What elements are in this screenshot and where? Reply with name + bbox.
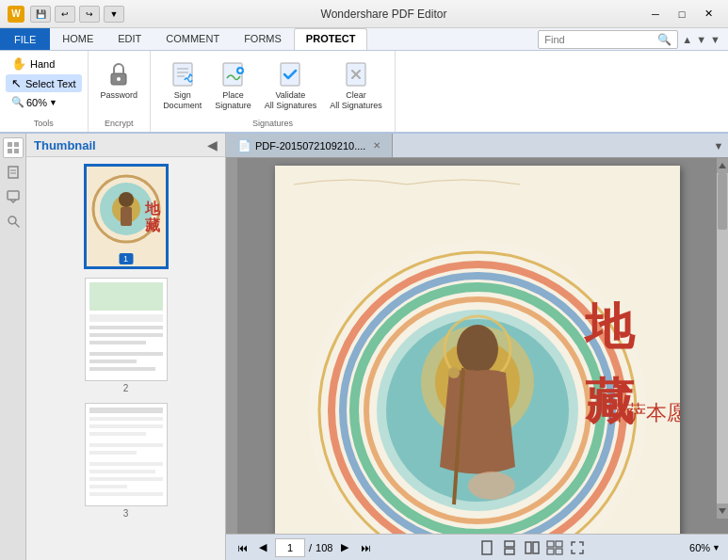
tab-scroll-btns: ▼ [709,134,728,157]
nav-prev-icon[interactable]: ▲ [682,34,692,45]
pdf-viewport[interactable]: 地 藏 菩萨本愿功德经 卷 [226,158,728,534]
page-nav: ⏮ ◀ / 108 ▶ ⏭ [234,538,374,557]
sign-document-btn[interactable]: Sign Document [158,56,206,114]
continuous-page-btn[interactable] [499,538,520,557]
password-label: Password [101,90,138,101]
fullscreen-btn[interactable] [567,538,588,557]
vertical-scrollbar[interactable] [717,158,728,519]
password-btn[interactable]: Password [96,56,143,104]
select-text-btn[interactable]: ↖ Select Text [6,74,82,92]
tab-edit[interactable]: EDIT [105,28,154,50]
two-continuous-btn[interactable] [544,538,565,557]
svg-rect-21 [8,191,19,200]
view-mode-btns [477,538,588,557]
svg-rect-29 [121,207,132,226]
close-button[interactable]: ✕ [696,6,720,23]
signatures-group: Sign Document Place Signature [151,51,396,132]
titlebar: W 💾 ↩ ↪ ▼ Wondershare PDF Editor ─ □ ✕ [0,0,728,28]
tab-forms[interactable]: FORMS [232,28,294,50]
svg-rect-47 [89,451,137,455]
scroll-up-btn[interactable] [717,158,728,173]
zoom-dropdown-icon: ▼ [712,543,720,552]
validate-label: Validate All Signatures [265,90,317,111]
pdf-tab-active[interactable]: 📄 PDF-2015072109210.... ✕ [226,134,393,157]
pdf-tab-label: PDF-2015072109210.... [255,140,365,152]
nav-next-icon[interactable]: ▼ [696,34,706,45]
svg-rect-45 [89,432,146,436]
thumbnail-panel-header: Thumbnail ◀ [26,134,225,157]
thumbnail-item-3[interactable]: 3 [85,403,168,519]
last-page-btn[interactable]: ⏭ [357,539,374,556]
ribbon-options-icon[interactable]: ▼ [710,34,720,45]
svg-rect-39 [89,360,137,363]
tab-file[interactable]: FILE [0,28,50,50]
svg-line-23 [15,223,19,227]
svg-rect-38 [89,352,163,356]
cursor-icon: ↖ [11,76,22,90]
pdf-tab-icon: 📄 [237,139,251,152]
maximize-button[interactable]: □ [670,6,694,23]
svg-text:地: 地 [144,200,161,216]
undo-btn[interactable]: ↩ [55,6,75,23]
tab-home[interactable]: HOME [50,28,105,50]
redo-btn[interactable]: ↪ [79,6,100,23]
svg-rect-82 [556,541,562,547]
encrypt-group-label: Encrypt [105,119,134,128]
clear-signatures-btn[interactable]: Clear All Signatures [325,56,387,114]
svg-rect-40 [89,367,155,371]
validate-signatures-btn[interactable]: Validate All Signatures [260,56,322,114]
thumbnail-item-2[interactable]: 2 [85,278,168,393]
svg-rect-51 [89,485,127,488]
svg-rect-49 [89,470,155,473]
zoom-control[interactable]: 60% ▼ [689,542,720,553]
left-margin [226,158,237,534]
hand-tool-btn[interactable]: ✋ Hand [6,55,82,72]
search-icon: 🔍 [657,33,671,46]
tab-comment[interactable]: COMMENT [154,28,232,50]
sidebar-tab-search[interactable] [3,211,24,232]
svg-rect-17 [14,149,19,153]
scroll-down-btn[interactable] [717,504,728,519]
sidebar-tab-thumbnail[interactable] [3,137,24,158]
pdf-tab-close[interactable]: ✕ [373,140,380,151]
svg-rect-48 [89,462,163,466]
two-page-btn[interactable] [522,538,542,557]
svg-rect-76 [482,541,492,554]
sidebar-icon-tabs [0,134,26,560]
place-signature-btn[interactable]: Place Signature [210,56,256,114]
content-tab-bar: 📄 PDF-2015072109210.... ✕ ▼ [226,134,728,158]
single-page-btn[interactable] [477,538,497,557]
zoom-icon: 🔍 [11,96,24,108]
sidebar-tab-bookmarks[interactable] [3,162,24,183]
svg-rect-80 [533,542,539,553]
svg-rect-44 [89,424,163,428]
sidebar-tab-comments[interactable] [3,186,24,207]
zoom-btn[interactable]: 🔍 60% ▼ [6,94,82,110]
svg-point-68 [468,472,515,500]
statusbar: ⏮ ◀ / 108 ▶ ⏭ [226,534,728,560]
next-page-btn[interactable]: ▶ [336,539,353,556]
prev-page-btn[interactable]: ◀ [254,539,271,556]
tab-protect[interactable]: PROTECT [294,28,368,50]
pdf-content-area: 📄 PDF-2015072109210.... ✕ ▼ [226,134,728,560]
customize-btn[interactable]: ▼ [104,6,124,23]
place-signature-label: Place Signature [215,90,251,111]
thumbnail-item-1[interactable]: 地 藏 1 [85,165,168,268]
search-input[interactable] [544,34,657,45]
thumb-num-3: 3 [123,508,129,519]
svg-rect-78 [505,549,514,554]
page-number-input[interactable] [275,538,305,557]
hand-label: Hand [30,58,55,70]
total-pages: 108 [315,542,332,553]
minimize-button[interactable]: ─ [643,6,668,23]
tab-scroll-down[interactable]: ▼ [709,134,728,157]
first-page-btn[interactable]: ⏮ [234,539,251,556]
svg-rect-84 [556,549,562,554]
svg-rect-33 [89,282,163,311]
pdf-page-container: 地 藏 菩萨本愿功德经 卷 [226,158,728,534]
sidebar-collapse-btn[interactable]: ◀ [207,137,218,152]
svg-point-28 [119,192,134,207]
sidebar: Thumbnail ◀ 地 藏 [0,134,226,560]
scroll-thumb[interactable] [718,173,727,230]
save-quick-btn[interactable]: 💾 [30,6,51,23]
